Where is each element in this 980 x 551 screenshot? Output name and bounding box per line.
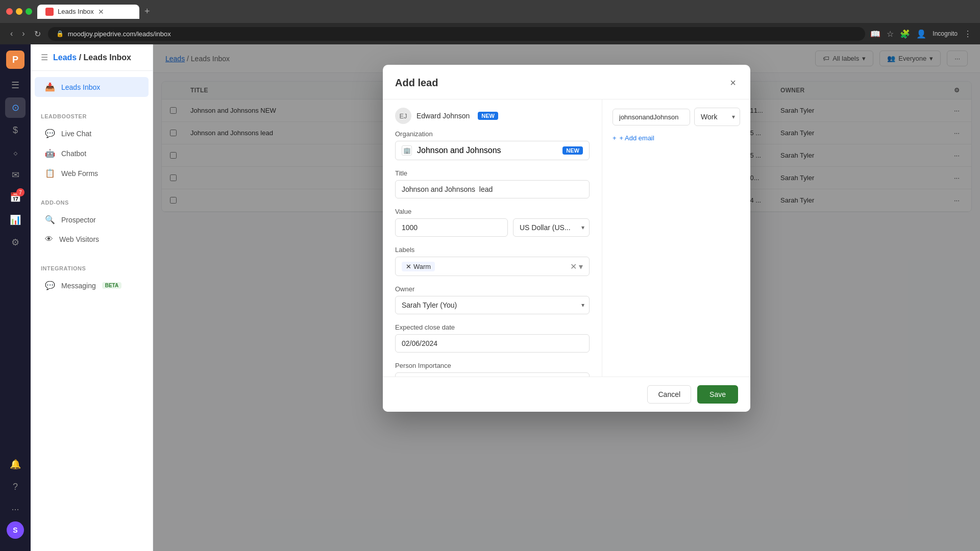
app-logo: P (6, 51, 24, 69)
email-type-select[interactable]: Work Home Other (694, 108, 740, 126)
nav-item-chatbot-label: Chatbot (61, 149, 86, 158)
close-date-input[interactable] (395, 334, 590, 353)
incognito-label: Incognito (933, 30, 958, 37)
sidebar-icon-home[interactable]: ⊙ (5, 97, 26, 118)
bookmark-icon[interactable]: ☆ (887, 29, 894, 39)
sidebar: P ☰ ⊙ $ ⬦ ✉ 📅 7 📊 ⚙ 🔔 ? ··· S (0, 44, 31, 551)
email-input[interactable] (612, 109, 690, 126)
messaging-icon: 💬 (45, 281, 55, 290)
value-label: Value (395, 208, 590, 215)
modal-form: EJ Edward Johnson NEW Organization 🏢 Joh… (383, 99, 602, 377)
title-input[interactable] (395, 180, 590, 198)
organization-field[interactable]: 🏢 Johnson and Johnsons NEW (395, 141, 590, 160)
profile-icon[interactable]: 👤 (916, 29, 926, 39)
person-importance-label: Person Importance (395, 362, 590, 369)
forward-button[interactable]: › (20, 27, 27, 40)
browser-toolbar-icons: 📖 ☆ 🧩 👤 Incognito ⋮ (870, 29, 972, 39)
org-icon: 🏢 (402, 145, 412, 156)
owner-select[interactable]: Sarah Tyler (You) (395, 296, 590, 314)
sidebar-icon-insights[interactable]: 📊 (5, 210, 26, 230)
sidebar-icon-more[interactable]: ··· (5, 499, 26, 519)
integrations-header: INTEGRATIONS (31, 261, 153, 276)
menu-dots[interactable]: ⋮ (964, 29, 972, 39)
calendar-badge: 7 (16, 188, 24, 196)
add-email-icon: + (612, 134, 617, 142)
tab-title: Leads Inbox (58, 8, 94, 15)
addons-header: ADD-ONS (31, 195, 153, 210)
extension-icon[interactable]: 🧩 (900, 29, 910, 39)
nav-item-leads-inbox[interactable]: 📥 Leads Inbox (35, 77, 149, 97)
value-row: US Dollar (US... ▾ (395, 218, 590, 237)
browser-chrome: Leads Inbox ✕ + (0, 0, 980, 23)
labels-group: Labels ✕ Warm ✕ ▾ (395, 246, 590, 276)
contact-name: Edward Johnson (416, 112, 470, 120)
user-avatar[interactable]: S (7, 521, 24, 539)
add-email-button[interactable]: + + Add email (612, 132, 740, 144)
value-group: Value US Dollar (US... ▾ (395, 208, 590, 237)
cancel-button[interactable]: Cancel (647, 385, 691, 404)
modal-title: Add lead (395, 77, 438, 89)
add-email-text: + Add email (620, 134, 654, 142)
modal-close-button[interactable]: × (728, 75, 738, 91)
title-group: Title (395, 169, 590, 198)
leads-inbox-icon: 📥 (45, 82, 55, 92)
nav-item-prospector[interactable]: 🔍 Prospector (35, 210, 149, 230)
web-forms-icon: 📋 (45, 168, 55, 178)
tab-close-button[interactable]: ✕ (98, 8, 104, 16)
contact-avatar: EJ (395, 108, 411, 124)
nav-item-web-visitors[interactable]: 👁 Web Visitors (35, 230, 149, 249)
url-text: moodjoy.pipedrive.com/leads/inbox (68, 30, 171, 38)
left-panel-header: ☰ Leads / Leads Inbox (31, 44, 153, 71)
sidebar-icon-help[interactable]: ? (5, 477, 26, 497)
new-tab-button[interactable]: + (144, 6, 150, 17)
value-amount-input[interactable] (395, 218, 508, 237)
sidebar-icon-deals[interactable]: $ (5, 120, 26, 140)
nav-item-web-forms-label: Web Forms (61, 169, 98, 178)
lock-icon: 🔒 (56, 30, 64, 37)
nav-item-chatbot[interactable]: 🤖 Chatbot (35, 143, 149, 163)
sidebar-icon-menu[interactable]: ☰ (5, 75, 26, 95)
chatbot-icon: 🤖 (45, 148, 55, 158)
sidebar-icon-notifications[interactable]: 🔔 (5, 454, 26, 474)
label-remove-icon[interactable]: ✕ (406, 263, 411, 270)
organization-value: Johnson and Johnsons (417, 146, 501, 155)
label-tag-text: Warm (413, 263, 431, 270)
label-dropdown-icon[interactable]: ▾ (579, 262, 583, 271)
currency-select[interactable]: US Dollar (US... (513, 218, 590, 237)
modal-overlay: Add lead × EJ Edward Johnson NEW (153, 44, 980, 551)
left-panel-menu-icon: ☰ (41, 53, 48, 62)
owner-select-wrapper: Sarah Tyler (You) ▾ (395, 296, 590, 314)
reader-icon[interactable]: 📖 (870, 29, 880, 39)
currency-select-wrapper: US Dollar (US... ▾ (513, 218, 590, 237)
labels-label: Labels (395, 246, 590, 254)
prospector-icon: 🔍 (45, 215, 55, 224)
messaging-beta-badge: BETA (102, 282, 121, 289)
close-date-group: Expected close date (395, 323, 590, 353)
back-button[interactable]: ‹ (8, 27, 15, 40)
person-importance-input[interactable] (395, 372, 590, 377)
modal-right-panel: Work Home Other ▾ + + Add email (602, 99, 750, 377)
organization-label: Organization (395, 130, 590, 138)
reload-button[interactable]: ↻ (32, 27, 43, 41)
label-clear-icon[interactable]: ✕ (570, 262, 577, 271)
nav-item-messaging-label: Messaging (61, 282, 96, 290)
address-bar[interactable]: 🔒 moodjoy.pipedrive.com/leads/inbox (48, 27, 866, 41)
nav-item-messaging[interactable]: 💬 Messaging BETA (35, 276, 149, 295)
contact-person-row: EJ Edward Johnson NEW (395, 108, 590, 124)
left-panel: ☰ Leads / Leads Inbox 📥 Leads Inbox LEAD… (31, 44, 153, 551)
nav-item-web-forms[interactable]: 📋 Web Forms (35, 163, 149, 183)
nav-item-live-chat[interactable]: 💬 Live Chat (35, 123, 149, 143)
owner-group: Owner Sarah Tyler (You) ▾ (395, 285, 590, 314)
sidebar-icon-settings[interactable]: ⚙ (5, 232, 26, 253)
save-button[interactable]: Save (697, 385, 738, 404)
leadbooster-header: LEADBOOSTER (31, 109, 153, 123)
labels-field[interactable]: ✕ Warm ✕ ▾ (395, 257, 590, 276)
sidebar-icon-calendar[interactable]: 📅 7 (5, 187, 26, 208)
person-importance-group: Person Importance (395, 362, 590, 377)
browser-tab[interactable]: Leads Inbox ✕ (37, 5, 139, 19)
app-wrapper: P ☰ ⊙ $ ⬦ ✉ 📅 7 📊 ⚙ 🔔 ? ··· S ☰ Leads / … (0, 44, 980, 551)
left-panel-title: Leads / Leads Inbox (53, 53, 131, 62)
sidebar-icon-contacts[interactable]: ⬦ (5, 142, 26, 163)
sidebar-icon-mail[interactable]: ✉ (5, 165, 26, 185)
address-bar-row: ‹ › ↻ 🔒 moodjoy.pipedrive.com/leads/inbo… (0, 23, 980, 44)
